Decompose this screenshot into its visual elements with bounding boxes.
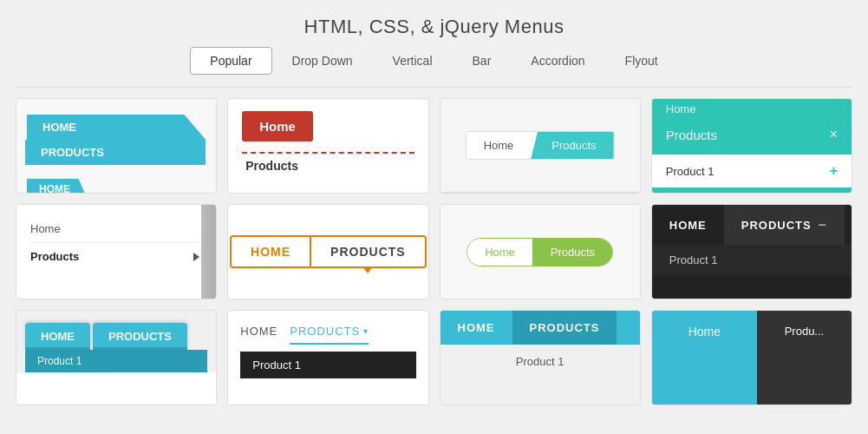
card-red-dashed[interactable]: Home Products [227, 98, 428, 194]
c7-home-tab[interactable]: Home [467, 239, 533, 266]
c5-products-label: Products [30, 250, 79, 263]
c5-sidebar-accent [201, 205, 217, 299]
c4-product1-label: Product 1 [666, 165, 715, 178]
c4-products-header[interactable]: Products × [652, 115, 852, 155]
c6-home-tab[interactable]: HOME [232, 237, 310, 266]
c2-home-tab[interactable]: Home [242, 111, 313, 141]
tab-popular[interactable]: Popular [190, 47, 271, 75]
card-dark-bar[interactable]: HOME PRODUCTS – Product 1 [651, 204, 852, 299]
c10-product1-item[interactable]: Product 1 [240, 352, 415, 378]
c9-product1-item[interactable]: Product 1 [25, 350, 207, 372]
card-vertical-white[interactable]: Home Products [16, 204, 217, 299]
c9-home-tab[interactable]: HOME [25, 323, 90, 350]
c6-caret-icon [362, 266, 373, 273]
card-blue-dark-split[interactable]: Home Produ... [651, 310, 852, 405]
c1-home2-tab[interactable]: HOME [27, 179, 88, 194]
c4-close-icon[interactable]: × [830, 127, 838, 142]
tab-accordion[interactable]: Accordion [511, 47, 604, 75]
c8-product1-item[interactable]: Product 1 [652, 245, 852, 275]
c5-arrow-icon [193, 253, 199, 261]
c10-products-tab[interactable]: PRODUCTS ▾ [290, 325, 369, 345]
c4-plus-icon[interactable]: + [830, 163, 838, 179]
card-blue-3d-tabs[interactable]: HOME PRODUCTS Product 1 [16, 310, 217, 405]
c1-home-tab[interactable]: HOME [27, 115, 206, 140]
c2-products-tab[interactable]: Products [242, 152, 414, 173]
divider [16, 87, 852, 88]
c12-product-tab[interactable]: Produ... [757, 311, 852, 404]
c8-minus-icon[interactable]: – [819, 217, 827, 233]
c8-products-tab[interactable]: PRODUCTS – [724, 205, 845, 245]
c6-products-label: PRODUCTS [330, 245, 406, 259]
card-green-pills[interactable]: Home Products [440, 204, 641, 299]
tab-flyout[interactable]: Flyout [605, 47, 678, 75]
c10-home-tab[interactable]: HOME [240, 325, 277, 345]
tab-bar[interactable]: Bar [453, 47, 512, 75]
tab-vertical[interactable]: Vertical [373, 47, 453, 75]
c10-chevron-icon: ▾ [363, 326, 369, 336]
c3-products-tab[interactable]: Products [531, 132, 613, 159]
c1-products-tab[interactable]: PRODUCTS [25, 140, 206, 165]
card-orange-outline[interactable]: HOME PRODUCTS [227, 204, 428, 299]
page-title: HTML, CSS, & jQuery Menus [0, 0, 868, 47]
c4-products-label: Products [666, 128, 717, 142]
c11-home-tab[interactable]: HOME [441, 311, 512, 345]
c11-product1-item[interactable]: Product 1 [441, 345, 640, 378]
card-blue-arrow-tabs[interactable]: HOME PRODUCTS HOME [16, 98, 217, 194]
c9-products-tab[interactable]: PRODUCTS [93, 323, 187, 350]
c12-home-tab[interactable]: Home [652, 311, 757, 404]
card-teal-flat-bar[interactable]: HOME PRODUCTS Product 1 [440, 310, 641, 405]
c8-products-label: PRODUCTS [741, 219, 812, 232]
c8-home-tab[interactable]: HOME [652, 207, 724, 244]
tabs-bar: Popular Drop Down Vertical Bar Accordion… [0, 47, 868, 75]
c7-products-tab[interactable]: Products [533, 239, 612, 266]
c11-products-tab[interactable]: PRODUCTS [512, 311, 617, 345]
c10-products-label: PRODUCTS [290, 325, 360, 338]
card-minimal-underline[interactable]: HOME PRODUCTS ▾ Product 1 [227, 310, 428, 405]
card-teal-accordion[interactable]: Home Products × Product 1 + [651, 98, 852, 194]
c4-product1-item[interactable]: Product 1 + [652, 155, 852, 187]
c6-products-tab[interactable]: PRODUCTS [310, 237, 425, 266]
cards-grid: HOME PRODUCTS HOME Home Products Home Pr… [0, 98, 868, 405]
c5-home-item[interactable]: Home [30, 215, 199, 242]
c3-home-tab[interactable]: Home [467, 132, 532, 159]
c5-products-item[interactable]: Products [30, 242, 199, 270]
tab-dropdown[interactable]: Drop Down [272, 47, 373, 75]
card-teal-right-tab[interactable]: Home Products [440, 98, 641, 194]
